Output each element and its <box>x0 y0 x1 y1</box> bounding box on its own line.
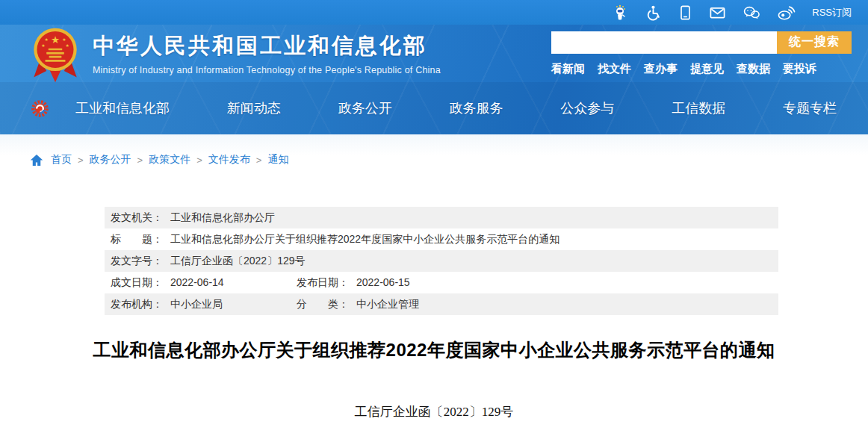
svg-text:★: ★ <box>41 43 45 48</box>
breadcrumb-item[interactable]: 通知 <box>267 153 288 167</box>
meta-label: 分 类： <box>297 298 349 310</box>
nav-item[interactable]: 工业和信息化部 <box>75 99 170 117</box>
quick-link[interactable]: 看新闻 <box>551 62 585 76</box>
meta-row: 发文机关：工业和信息化部办公厅 <box>105 207 778 228</box>
nav-list: 工业和信息化部 新闻动态 政务公开 政务服务 公众参与 工信数据 专题专栏 <box>75 99 838 117</box>
meta-cell: 发文字号：工信厅企业函〔2022〕129号 <box>111 250 306 272</box>
site-title: 中华人民共和国工业和信息化部 <box>93 31 441 61</box>
site-header: RSS订阅 ★ ★ ★ ★ ★ <box>0 0 868 134</box>
breadcrumb-items: 首页>政务公开>政策文件>文件发布>通知 <box>51 153 288 167</box>
header-main: ★ ★ ★ ★ ★ 中华人民共和国工业和信息化部 Ministry of Ind… <box>0 25 868 82</box>
breadcrumb: 首页>政务公开>政策文件>文件发布>通知 <box>0 134 868 167</box>
quick-links: 看新闻 找文件 查办事 提意见 查数据 要投诉 <box>551 62 852 76</box>
meta-row: 标 题：工业和信息化部办公厅关于组织推荐2022年度国家中小企业公共服务示范平台… <box>105 228 778 250</box>
meta-cell: 发布日期：2022-06-15 <box>297 272 410 293</box>
quick-link[interactable]: 提意见 <box>690 62 724 76</box>
meta-label: 成文日期： <box>111 276 163 288</box>
home-icon[interactable] <box>30 154 43 167</box>
document-number: 工信厅企业函〔2022〕129号 <box>0 403 868 420</box>
meta-label: 发文字号： <box>111 255 163 267</box>
svg-text:★: ★ <box>45 37 49 41</box>
nav-item[interactable]: 新闻动态 <box>227 99 281 117</box>
wechat-icon[interactable] <box>743 4 760 21</box>
quick-link[interactable]: 查数据 <box>737 62 770 76</box>
meta-value: 中小企业局 <box>170 298 223 310</box>
meta-label: 标 题： <box>111 233 163 245</box>
brand[interactable]: ★ ★ ★ ★ ★ 中华人民共和国工业和信息化部 Ministry of Ind… <box>30 24 441 84</box>
main-nav: 工业和信息化部 新闻动态 政务公开 政务服务 公众参与 工信数据 专题专栏 <box>0 82 868 134</box>
meta-value: 中小企业管理 <box>356 298 419 310</box>
meta-label: 发文机关： <box>111 211 163 223</box>
svg-text:★: ★ <box>65 43 69 48</box>
meta-cell: 成文日期：2022-06-14 <box>111 272 297 293</box>
document-meta-table: 发文机关：工业和信息化部办公厅标 题：工业和信息化部办公厅关于组织推荐2022年… <box>105 207 778 315</box>
topbar: RSS订阅 <box>0 0 868 25</box>
site-subtitle: Ministry of Industry and Information Tec… <box>93 65 441 75</box>
nav-item[interactable]: 政务服务 <box>449 99 503 117</box>
assistant-robot-icon[interactable] <box>612 4 628 21</box>
search-area: 统一搜索 看新闻 找文件 查办事 提意见 查数据 要投诉 <box>551 31 852 76</box>
article-title: 工业和信息化部办公厅关于组织推荐2022年度国家中小企业公共服务示范平台的通知 <box>0 338 868 362</box>
nav-item[interactable]: 公众参与 <box>560 99 614 117</box>
breadcrumb-item[interactable]: 政务公开 <box>90 153 131 167</box>
rss-subscribe-link[interactable]: RSS订阅 <box>812 6 852 19</box>
breadcrumb-item[interactable]: 政策文件 <box>149 153 190 167</box>
weibo-icon[interactable] <box>777 4 796 21</box>
meta-row: 成文日期：2022-06-14发布日期：2022-06-15 <box>105 272 778 293</box>
meta-value: 工业和信息化部办公厅 <box>170 211 275 223</box>
meta-cell: 发布机构：中小企业局 <box>111 293 297 315</box>
mail-icon[interactable] <box>709 4 726 21</box>
meta-label: 发布日期： <box>297 276 349 288</box>
nav-item[interactable]: 工信数据 <box>672 99 725 117</box>
meta-label: 发布机构： <box>111 298 163 310</box>
meta-cell: 分 类：中小企业管理 <box>297 293 419 315</box>
search-input[interactable] <box>551 31 777 54</box>
breadcrumb-item[interactable]: 文件发布 <box>208 153 250 167</box>
meta-row: 发文字号：工信厅企业函〔2022〕129号 <box>105 250 778 272</box>
meta-row: 发布机构：中小企业局分 类：中小企业管理 <box>105 293 778 315</box>
breadcrumb-item[interactable]: 首页 <box>51 153 72 167</box>
search-button[interactable]: 统一搜索 <box>777 31 852 54</box>
national-emblem-logo: ★ ★ ★ ★ ★ <box>30 27 81 84</box>
quick-link[interactable]: 找文件 <box>598 62 631 76</box>
meta-value: 2022-06-14 <box>170 276 224 288</box>
miit-e-logo-icon <box>30 99 50 119</box>
nav-item[interactable]: 专题专栏 <box>783 99 837 117</box>
meta-value: 2022-06-15 <box>356 276 410 288</box>
breadcrumb-separator: > <box>137 155 143 166</box>
quick-link[interactable]: 要投诉 <box>783 62 816 76</box>
nav-item[interactable]: 政务公开 <box>338 99 392 117</box>
meta-value: 工信厅企业函〔2022〕129号 <box>170 255 306 267</box>
meta-value: 工业和信息化部办公厅关于组织推荐2022年度国家中小企业公共服务示范平台的通知 <box>170 233 559 245</box>
breadcrumb-separator: > <box>256 155 262 166</box>
svg-text:★: ★ <box>51 34 60 45</box>
breadcrumb-separator: > <box>196 155 202 166</box>
mobile-icon[interactable] <box>678 4 692 21</box>
svg-text:★: ★ <box>62 37 66 41</box>
quick-link[interactable]: 查办事 <box>644 62 678 76</box>
meta-cell: 发文机关：工业和信息化部办公厅 <box>111 207 297 228</box>
breadcrumb-separator: > <box>78 155 84 166</box>
accessibility-icon[interactable] <box>645 4 661 21</box>
content: 首页>政务公开>政策文件>文件发布>通知 发文机关：工业和信息化部办公厅标 题：… <box>0 134 868 420</box>
meta-cell: 标 题：工业和信息化部办公厅关于组织推荐2022年度国家中小企业公共服务示范平台… <box>111 228 559 250</box>
